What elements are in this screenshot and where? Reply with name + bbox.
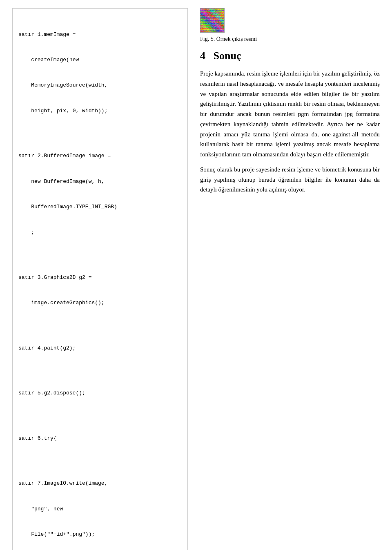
svg-rect-1 <box>200 9 225 33</box>
code-line-6: new BufferedImage(w, h, <box>18 178 182 186</box>
right-body-text: Proje kapsamında, resim işleme işlemleri… <box>200 69 380 195</box>
figure-image <box>200 8 225 33</box>
left-column: satır 1.memImage = createImage(new Memor… <box>12 8 188 550</box>
code-line-3: MemoryImageSource(width, <box>18 81 182 90</box>
code-line-12: satır 5.g2.dispose(); <box>18 389 182 398</box>
code-line-14: satır 7.ImageIO.write(image, <box>18 479 182 488</box>
right-paragraph-2: Sonuç olarak bu proje sayesinde resim iş… <box>200 165 380 195</box>
code-line-8: ; <box>18 228 182 237</box>
code-line-16: File(""+id+".png")); <box>18 530 182 539</box>
section-number: 4 <box>200 50 205 62</box>
code-line-9: satır 3.Graphics2D g2 = <box>18 274 182 282</box>
section-title: Sonuç <box>214 50 241 62</box>
code-line-13: satır 6.try{ <box>18 434 182 443</box>
code-line-11: satır 4.paint(g2); <box>18 344 182 353</box>
code-block: satır 1.memImage = createImage(new Memor… <box>12 8 188 550</box>
code-line-5: satır 2.BufferedImage image = <box>18 152 182 160</box>
code-line-gap3 <box>18 325 182 327</box>
code-line-4: height, pix, 0, width)); <box>18 107 182 116</box>
code-line-gap6 <box>18 460 182 463</box>
code-line-10: image.createGraphics(); <box>18 299 182 307</box>
code-line-1: satır 1.memImage = <box>18 31 182 39</box>
svg-rect-0 <box>200 9 225 33</box>
right-paragraph-1: Proje kapsamında, resim işleme işlemleri… <box>200 69 380 160</box>
code-line-7: BufferedImage.TYPE_INT_RGB) <box>18 203 182 212</box>
code-line-2: createImage(new <box>18 56 182 65</box>
right-column: Fig. 5. Örnek çıkış resmi 4 Sonuç Proje … <box>196 8 380 550</box>
code-line-15: "png", new <box>18 505 182 514</box>
code-line-gap4 <box>18 370 182 372</box>
figure-container: Fig. 5. Örnek çıkış resmi <box>200 8 380 42</box>
code-line-gap2 <box>18 254 182 257</box>
figure-caption: Fig. 5. Örnek çıkış resmi <box>200 36 257 42</box>
page-container: satır 1.memImage = createImage(new Memor… <box>0 0 392 550</box>
section-heading: 4 Sonuç <box>200 50 380 62</box>
code-line-gap1 <box>18 132 182 135</box>
code-line-gap5 <box>18 415 182 418</box>
